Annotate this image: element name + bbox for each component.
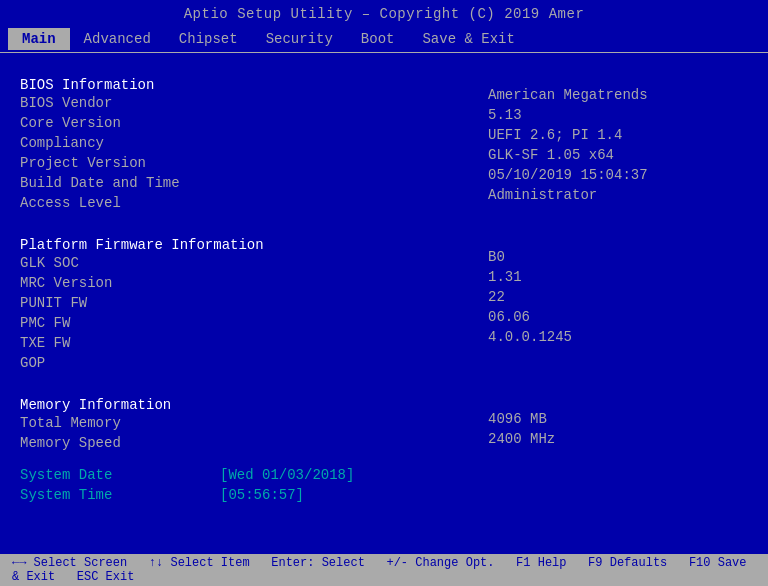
mrc-version-label: MRC Version — [20, 275, 220, 291]
system-date-row[interactable]: System Date [Wed 01/03/2018] — [20, 467, 468, 487]
bios-screen: Aptio Setup Utility – Copyright (C) 2019… — [0, 0, 768, 586]
bios-vendor-label: BIOS Vendor — [20, 95, 220, 111]
pmc-fw-row: PMC FW — [20, 315, 468, 335]
txe-fw-value: 4.0.0.1245 — [488, 329, 748, 349]
pmc-fw-value: 06.06 — [488, 309, 748, 329]
nav-item-advanced[interactable]: Advanced — [70, 28, 165, 50]
txe-fw-label: TXE FW — [20, 335, 220, 351]
pmc-fw-label: PMC FW — [20, 315, 220, 331]
project-version-value: GLK-SF 1.05 x64 — [488, 147, 748, 167]
content-area: BIOS Information BIOS Vendor Core Versio… — [0, 53, 768, 554]
glk-soc-label: GLK SOC — [20, 255, 220, 271]
bios-vendor-row: BIOS Vendor — [20, 95, 468, 115]
build-date-row: Build Date and Time — [20, 175, 468, 195]
core-version-row: Core Version — [20, 115, 468, 135]
punit-fw-row: PUNIT FW — [20, 295, 468, 315]
left-panel: BIOS Information BIOS Vendor Core Versio… — [0, 63, 488, 554]
access-level-row: Access Level — [20, 195, 468, 215]
access-level-label: Access Level — [20, 195, 220, 211]
platform-section-header: Platform Firmware Information — [20, 237, 468, 253]
memory-section-header: Memory Information — [20, 397, 468, 413]
system-time-value[interactable]: [05:56:57] — [220, 487, 304, 503]
total-memory-value: 4096 MB — [488, 411, 748, 431]
gop-label: GOP — [20, 355, 220, 371]
mrc-version-row: MRC Version — [20, 275, 468, 295]
system-date-value[interactable]: [Wed 01/03/2018] — [220, 467, 354, 483]
memory-speed-value: 2400 MHz — [488, 431, 748, 451]
help-text: ←→ Select Screen ↑↓ Select Item Enter: S… — [12, 556, 756, 584]
nav-item-boot[interactable]: Boot — [347, 28, 409, 50]
mrc-version-value: 1.31 — [488, 269, 748, 289]
compliancy-label: Compliancy — [20, 135, 220, 151]
core-version-label: Core Version — [20, 115, 220, 131]
total-memory-row: Total Memory — [20, 415, 468, 435]
punit-fw-value: 22 — [488, 289, 748, 309]
project-version-row: Project Version — [20, 155, 468, 175]
bios-section-header: BIOS Information — [20, 77, 468, 93]
gop-row: GOP — [20, 355, 468, 375]
build-date-value: 05/10/2019 15:04:37 — [488, 167, 748, 187]
system-time-row[interactable]: System Time [05:56:57] — [20, 487, 468, 507]
right-panel: American Megatrends 5.13 UEFI 2.6; PI 1.… — [488, 63, 768, 554]
memory-speed-label: Memory Speed — [20, 435, 220, 451]
build-date-label: Build Date and Time — [20, 175, 220, 191]
txe-fw-row: TXE FW — [20, 335, 468, 355]
system-date-label: System Date — [20, 467, 220, 483]
nav-item-save-exit[interactable]: Save & Exit — [408, 28, 528, 50]
total-memory-label: Total Memory — [20, 415, 220, 431]
access-level-value: Administrator — [488, 187, 748, 207]
system-time-label: System Time — [20, 487, 220, 503]
memory-speed-row: Memory Speed — [20, 435, 468, 455]
punit-fw-label: PUNIT FW — [20, 295, 220, 311]
core-version-value: 5.13 — [488, 107, 748, 127]
nav-item-main[interactable]: Main — [8, 28, 70, 50]
project-version-label: Project Version — [20, 155, 220, 171]
bios-vendor-value: American Megatrends — [488, 87, 748, 107]
title-text: Aptio Setup Utility – Copyright (C) 2019… — [184, 6, 585, 22]
gop-value — [488, 349, 748, 369]
help-bar: ←→ Select Screen ↑↓ Select Item Enter: S… — [0, 554, 768, 586]
nav-item-chipset[interactable]: Chipset — [165, 28, 252, 50]
title-bar: Aptio Setup Utility – Copyright (C) 2019… — [0, 0, 768, 26]
compliancy-row: Compliancy — [20, 135, 468, 155]
glk-soc-row: GLK SOC — [20, 255, 468, 275]
glk-soc-value: B0 — [488, 249, 748, 269]
nav-item-security[interactable]: Security — [252, 28, 347, 50]
nav-menu: Main Advanced Chipset Security Boot Save… — [0, 26, 768, 53]
compliancy-value: UEFI 2.6; PI 1.4 — [488, 127, 748, 147]
